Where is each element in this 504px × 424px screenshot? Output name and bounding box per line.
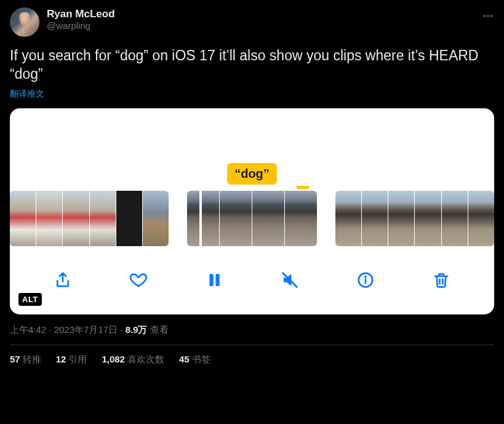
clip-frame (143, 191, 169, 246)
playhead[interactable] (199, 191, 202, 246)
svg-point-0 (484, 15, 486, 17)
clip-frame (285, 191, 317, 246)
clip-frame (362, 191, 388, 246)
caption-row: “dog” (10, 156, 494, 185)
share-icon[interactable] (52, 270, 73, 290)
svg-rect-4 (215, 274, 219, 286)
views-label: 查看 (148, 324, 169, 335)
clip-frame (442, 191, 468, 246)
tweet-header: Ryan McLeod @warpling (10, 7, 494, 37)
caption-marker (297, 186, 309, 189)
clip-frame (220, 191, 252, 246)
clip-frame (415, 191, 441, 246)
more-icon[interactable] (482, 10, 494, 25)
tweet-container: Ryan McLeod @warpling If you search for … (0, 0, 504, 373)
author-name-block[interactable]: Ryan McLeod @warpling (47, 7, 115, 32)
clip-frame (90, 191, 116, 246)
svg-rect-3 (209, 274, 213, 286)
svg-point-8 (365, 277, 366, 278)
handle: @warpling (47, 20, 115, 32)
clip-frame (388, 191, 414, 246)
video-timeline[interactable] (10, 191, 494, 246)
clip-group-3[interactable] (335, 191, 494, 246)
display-name: Ryan McLeod (47, 7, 115, 20)
alt-badge[interactable]: ALT (18, 293, 42, 306)
caption-tick-row (10, 185, 494, 191)
translate-link[interactable]: 翻译推文 (10, 89, 494, 100)
clip-frame (468, 191, 494, 246)
mute-icon[interactable] (279, 270, 300, 290)
post-date: 2023年7月17日 (54, 324, 118, 335)
media-toolbar (10, 246, 494, 314)
clip-frame (63, 191, 89, 246)
clip-group-1[interactable] (10, 191, 169, 246)
quotes-stat[interactable]: 12引用 (56, 354, 87, 366)
clip-frame (116, 191, 142, 246)
clip-frame (187, 191, 219, 246)
clip-frame (10, 191, 36, 246)
media-attachment[interactable]: “dog” (10, 108, 494, 314)
bookmarks-stat[interactable]: 45书签 (179, 354, 210, 366)
info-icon[interactable] (355, 270, 376, 290)
views-count: 8.9万 (126, 324, 148, 335)
post-time: 上午4:42 (10, 324, 46, 335)
pause-icon[interactable] (204, 270, 225, 290)
tweet-meta[interactable]: 上午4:42 · 2023年7月17日 · 8.9万 查看 (10, 324, 494, 336)
tweet-text: If you search for “dog” on iOS 17 it’ll … (10, 47, 494, 84)
clip-frame (335, 191, 361, 246)
retweets-stat[interactable]: 57转推 (10, 354, 41, 366)
stats-row: 57转推 12引用 1,082喜欢次数 45书签 (10, 354, 494, 366)
svg-point-2 (490, 15, 492, 17)
caption-bubble: “dog” (227, 163, 277, 185)
divider (10, 345, 494, 345)
trash-icon[interactable] (431, 270, 452, 290)
media-top-space (10, 108, 494, 156)
clip-group-2[interactable] (187, 191, 316, 246)
clip-frame (36, 191, 62, 246)
svg-point-1 (487, 15, 489, 17)
avatar[interactable] (10, 7, 39, 37)
heart-icon[interactable] (128, 270, 149, 290)
likes-stat[interactable]: 1,082喜欢次数 (102, 354, 164, 366)
clip-frame (252, 191, 284, 246)
